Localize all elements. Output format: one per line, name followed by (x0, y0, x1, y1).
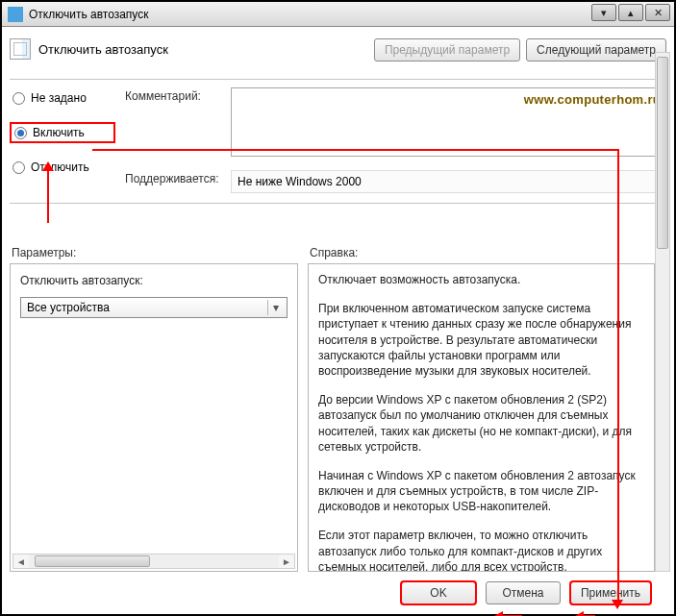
apply-button[interactable]: Применить (570, 581, 651, 604)
supported-label: Поддерживается: (125, 170, 221, 185)
help-paragraph: Отключает возможность автозапуска. (318, 272, 644, 287)
radio-label: Не задано (31, 91, 87, 105)
annotation-line (47, 171, 49, 223)
help-heading: Справка: (308, 242, 655, 263)
next-setting-button[interactable]: Следующий параметр (526, 38, 666, 62)
help-paragraph: Если этот параметр включен, то можно отк… (318, 528, 644, 572)
options-pane: Отключить автозапуск: Все устройства ▾ ◄… (10, 263, 298, 572)
radio-not-configured[interactable]: Не задано (10, 89, 115, 107)
horizontal-scrollbar[interactable]: ◄ ► (13, 554, 295, 569)
scroll-left-icon[interactable]: ◄ (13, 554, 29, 568)
annotation-line (617, 149, 619, 604)
separator (10, 79, 666, 80)
options-heading: Параметры: (10, 242, 298, 263)
close-button[interactable]: ✕ (645, 4, 670, 21)
watermark: www.computerhom.ru (524, 92, 661, 107)
app-icon (8, 7, 23, 22)
annotation-line (92, 149, 617, 151)
help-pane: Отключает возможность автозапуска. При в… (308, 263, 655, 572)
policy-title: Отключить автозапуск (38, 42, 168, 57)
comment-label: Комментарий: (125, 87, 221, 103)
annotation-arrow-icon (42, 161, 54, 171)
annotation-arrow-icon (575, 611, 584, 616)
scrollbar-track[interactable] (29, 554, 279, 568)
radio-icon (13, 92, 25, 105)
supported-value: Не ниже Windows 2000 (231, 170, 666, 193)
radio-label: Отключить (31, 160, 89, 174)
help-paragraph: Начиная с Windows XP с пакетом обновлени… (318, 468, 644, 515)
chevron-down-icon: ▾ (267, 300, 283, 315)
radio-icon (14, 127, 27, 139)
maximize-button[interactable]: ▴ (618, 4, 643, 21)
ok-button[interactable]: OK (401, 581, 476, 604)
scrollbar-thumb[interactable] (657, 57, 668, 249)
vertical-scrollbar[interactable] (655, 52, 670, 572)
cancel-button[interactable]: Отмена (486, 581, 561, 604)
options-field-label: Отключить автозапуск: (20, 274, 288, 287)
help-paragraph: До версии Windows XP с пакетом обновлени… (318, 392, 644, 455)
scroll-right-icon[interactable]: ► (279, 554, 294, 568)
radio-disabled[interactable]: Отключить (10, 159, 115, 176)
separator (10, 203, 666, 204)
prev-setting-button[interactable]: Предыдущий параметр (374, 38, 520, 62)
autorun-target-dropdown[interactable]: Все устройства ▾ (20, 297, 288, 318)
scrollbar-thumb[interactable] (35, 555, 150, 567)
help-paragraph: При включенном автоматическом запуске си… (318, 301, 644, 379)
policy-icon (10, 38, 31, 60)
minimize-button[interactable]: ▾ (591, 4, 616, 21)
radio-label: Включить (33, 126, 85, 139)
titlebar: Отключить автозапуск ▾ ▴ ✕ (2, 2, 674, 27)
annotation-arrow-icon (494, 611, 503, 616)
annotation-arrow-icon (612, 600, 623, 609)
radio-enabled[interactable]: Включить (10, 122, 115, 143)
window-title: Отключить автозапуск (29, 8, 148, 21)
dropdown-value: Все устройства (27, 301, 110, 314)
radio-icon (13, 161, 25, 174)
